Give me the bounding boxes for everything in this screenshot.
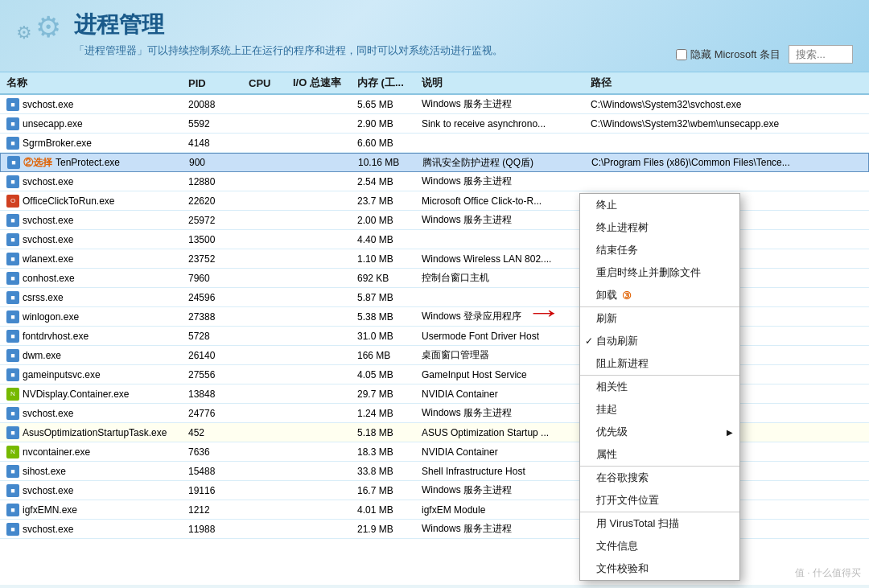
cell-name: ■ ②选择 TenProtect.exe — [1, 156, 186, 170]
context-menu-item[interactable]: 挂起 — [580, 398, 739, 421]
context-menu-item[interactable]: 文件信息 — [580, 535, 739, 557]
cell-mem: 1.24 MB — [354, 408, 418, 419]
cell-mem: 5.65 MB — [354, 99, 418, 110]
page-subtitle: 「进程管理器」可以持续控制系统上正在运行的程序和进程，同时可以对系统活动进行监视… — [74, 43, 663, 58]
context-menu-item[interactable]: 阻止新进程 — [580, 352, 739, 375]
process-name: gameinputsvc.exe — [23, 369, 101, 380]
process-name: svchost.exe — [23, 176, 73, 187]
context-menu[interactable]: 终止终止进程树结束任务重启时终止并删除文件卸载 ③刷新自动刷新阻止新进程相关性挂… — [579, 193, 740, 581]
cell-pid: 11988 — [185, 524, 245, 535]
cell-mem: 5.38 MB — [354, 311, 418, 323]
cell-pid: 20088 — [185, 99, 245, 110]
process-icon: ■ — [6, 291, 19, 304]
process-icon: N — [6, 388, 19, 401]
cell-desc: Windows 服务主进程 — [418, 522, 587, 536]
cell-mem: 5.87 MB — [354, 292, 418, 303]
cell-name: ■ svchost.exe — [0, 407, 185, 420]
cell-mem: 2.90 MB — [354, 118, 418, 130]
context-menu-item[interactable]: 在谷歌搜索 — [580, 466, 739, 489]
process-name: svchost.exe — [23, 215, 73, 226]
ctx-label: 文件校验和 — [596, 561, 649, 576]
process-icon: ■ — [6, 523, 19, 536]
cell-pid: 27388 — [185, 311, 245, 323]
search-input[interactable] — [789, 45, 853, 64]
process-icon: ■ — [6, 349, 19, 362]
table-row[interactable]: ■ svchost.exe 12880 2.54 MB Windows 服务主进… — [0, 172, 869, 191]
col-header-mem[interactable]: 内存 (工... — [354, 76, 418, 90]
cell-desc: Sink to receive asynchrono... — [418, 118, 587, 130]
cell-pid: 25972 — [185, 215, 245, 226]
context-menu-item[interactable]: 属性 — [580, 443, 739, 466]
ctx-label: 在谷歌搜索 — [596, 471, 649, 485]
table-row[interactable]: ■ ②选择 TenProtect.exe 900 10.16 MB 腾讯安全防护… — [0, 153, 869, 172]
cell-mem: 166 MB — [354, 350, 418, 361]
gear-icons: ⚙ ⚙ — [16, 13, 61, 42]
table-row[interactable]: ■ unsecapp.exe 5592 2.90 MB Sink to rece… — [0, 114, 869, 134]
cell-path: C:\Windows\System32\wbem\unsecapp.exe — [587, 118, 869, 130]
col-header-cpu[interactable]: CPU — [245, 77, 290, 89]
cell-path: C:\Windows\System32\svchost.exe — [587, 99, 869, 110]
context-menu-item[interactable]: 优先级 — [580, 421, 739, 443]
col-header-io[interactable]: I/O 总速率 — [290, 76, 354, 90]
cell-desc: NVIDIA Container — [418, 446, 587, 458]
cell-name: ■ svchost.exe — [0, 233, 185, 246]
cell-desc: Windows 服务主进程 — [418, 406, 587, 420]
process-icon: ■ — [6, 253, 19, 265]
ctx-label: 重启时终止并删除文件 — [596, 265, 701, 280]
cell-desc: GameInput Host Service — [418, 369, 587, 380]
cell-pid: 13848 — [185, 389, 245, 400]
col-header-name[interactable]: 名称 — [0, 76, 185, 90]
column-headers: 名称 PID CPU I/O 总速率 内存 (工... 说明 路径 — [0, 72, 869, 95]
ctx-label: 刷新 — [596, 311, 617, 326]
context-menu-item[interactable]: 用 VirusTotal 扫描 — [580, 512, 739, 535]
col-header-path[interactable]: 路径 — [587, 76, 869, 90]
cell-name: ■ unsecapp.exe — [0, 117, 185, 130]
ctx-label: 属性 — [596, 447, 617, 462]
cell-desc: Windows Wireless LAN 802.... — [418, 253, 587, 265]
hide-ms-label[interactable]: 隐藏 Microsoft 条目 — [676, 47, 780, 62]
context-menu-item[interactable]: 终止 — [580, 194, 739, 216]
cell-name: ■ dwm.exe — [0, 349, 185, 362]
process-name: svchost.exe — [23, 524, 73, 535]
hide-ms-checkbox[interactable] — [676, 49, 687, 60]
cell-mem: 2.54 MB — [354, 176, 418, 187]
process-name: winlogon.exe — [23, 311, 79, 323]
context-menu-item[interactable]: 打开文件位置 — [580, 489, 739, 512]
process-icon: ■ — [6, 175, 19, 188]
ctx-label: 阻止新进程 — [596, 356, 649, 371]
table-row[interactable]: ■ SgrmBroker.exe 4148 6.60 MB — [0, 134, 869, 153]
process-icon: ■ — [6, 484, 19, 497]
cell-desc: 桌面窗口管理器 — [418, 348, 587, 362]
ctx-label: 自动刷新 — [596, 334, 638, 348]
process-icon: ■ — [6, 137, 19, 150]
context-menu-item[interactable]: 刷新 — [580, 306, 739, 330]
process-icon: ■ — [6, 465, 19, 478]
process-name: TenProtect.exe — [56, 157, 120, 168]
process-name: OfficeClickToRun.exe — [23, 195, 115, 207]
context-menu-item[interactable]: 文件校验和 — [580, 557, 739, 580]
cell-desc: Usermode Font Driver Host — [418, 331, 587, 342]
context-menu-item[interactable]: 重启时终止并删除文件 — [580, 261, 739, 284]
cell-name: ■ wlanext.exe — [0, 253, 185, 265]
cell-mem: 4.40 MB — [354, 234, 418, 245]
cell-desc: Windows 服务主进程 — [418, 213, 587, 227]
cell-mem: 1.10 MB — [354, 253, 418, 265]
cell-mem: 4.05 MB — [354, 369, 418, 380]
cell-desc: 腾讯安全防护进程 (QQ盾) — [419, 156, 588, 170]
cell-name: ■ AsusOptimizationStartupTask.exe — [0, 426, 185, 439]
cell-name: ■ csrss.exe — [0, 291, 185, 304]
cell-name: ■ SgrmBroker.exe — [0, 137, 185, 150]
context-menu-item[interactable]: 相关性 — [580, 375, 739, 398]
cell-name: ■ svchost.exe — [0, 214, 185, 227]
cell-mem: 23.7 MB — [354, 195, 418, 207]
process-name: AsusOptimizationStartupTask.exe — [23, 427, 167, 438]
context-menu-item[interactable]: 终止进程树 — [580, 216, 739, 239]
col-header-desc[interactable]: 说明 — [418, 76, 587, 90]
col-header-pid[interactable]: PID — [185, 77, 245, 89]
table-row[interactable]: ■ svchost.exe 20088 5.65 MB Windows 服务主进… — [0, 95, 869, 114]
context-menu-item[interactable]: 自动刷新 — [580, 330, 739, 352]
context-menu-item[interactable]: 结束任务 — [580, 239, 739, 261]
cell-pid: 13500 — [185, 234, 245, 245]
process-name: dwm.exe — [23, 350, 61, 361]
context-menu-item[interactable]: 卸载 ③ — [580, 284, 739, 306]
